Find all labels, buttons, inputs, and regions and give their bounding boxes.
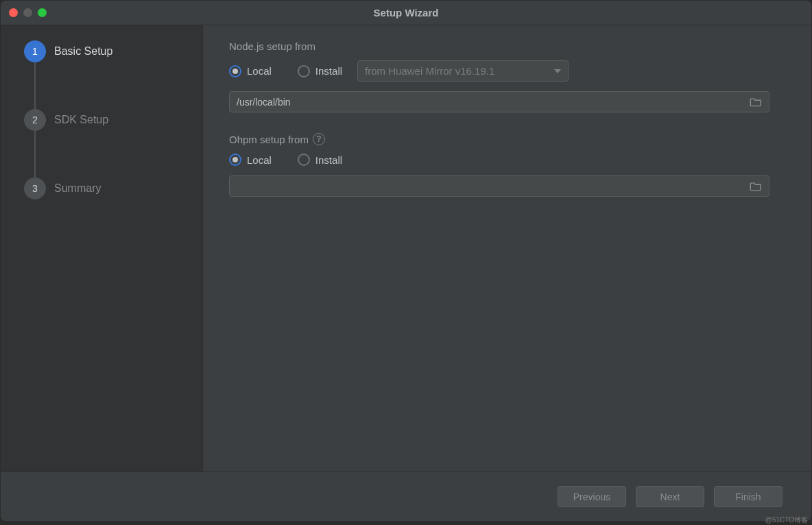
wizard-body: 1 Basic Setup 2 SDK Setup 3 Summary Node… [1,25,811,472]
folder-icon[interactable] [750,97,762,107]
wizard-sidebar: 1 Basic Setup 2 SDK Setup 3 Summary [1,25,203,472]
titlebar: Setup Wizard [1,1,811,25]
nodejs-heading-text: Node.js setup from [229,40,315,52]
radio-icon [229,154,241,166]
nodejs-radio-local[interactable]: Local [229,65,272,77]
previous-button[interactable]: Previous [558,486,626,507]
watermark-text: @51CTO博客 [765,515,808,525]
ohpm-radio-install[interactable]: Install [298,154,342,166]
step-label: Summary [54,182,101,195]
nodejs-path-input[interactable] [229,91,769,112]
sidebar-step-basic-setup[interactable]: 1 Basic Setup [24,40,202,62]
ohpm-path-field[interactable] [237,181,750,192]
step-label: SDK Setup [54,114,108,126]
nodejs-heading: Node.js setup from [229,40,781,52]
radio-label: Local [247,65,272,77]
finish-button[interactable]: Finish [714,486,783,507]
next-button[interactable]: Next [636,486,704,507]
ohpm-heading-text: Ohpm setup from [229,134,309,145]
sidebar-step-summary[interactable]: 3 Summary [24,178,202,199]
window-title: Setup Wizard [1,7,811,19]
step-number: 3 [24,178,46,199]
wizard-main: Node.js setup from Local Install from Hu… [203,25,811,472]
sidebar-step-sdk-setup[interactable]: 2 SDK Setup [24,109,202,131]
nodejs-mirror-dropdown[interactable]: from Huawei Mirror v16.19.1 [357,60,569,82]
step-connector [34,131,36,178]
ohpm-radio-row: Local Install [229,154,781,166]
close-icon[interactable] [9,8,18,17]
ohpm-radio-group: Local Install [229,154,342,166]
radio-icon [298,65,310,77]
radio-label: Install [315,65,342,77]
radio-icon [229,65,241,77]
help-icon[interactable]: ? [313,133,325,145]
ohpm-path-input[interactable] [229,175,769,197]
dropdown-value: from Huawei Mirror v16.19.1 [365,65,494,77]
folder-icon[interactable] [750,182,762,191]
chevron-down-icon [554,69,561,73]
nodejs-path-field[interactable] [237,97,750,108]
window-controls [9,8,47,17]
step-number: 1 [24,40,46,62]
radio-label: Install [315,154,342,166]
nodejs-radio-row: Local Install from Huawei Mirror v16.19.… [229,60,781,82]
nodejs-radio-group: Local Install [229,65,342,77]
ohpm-radio-local[interactable]: Local [229,154,272,166]
minimize-icon[interactable] [23,8,32,17]
setup-wizard-window: Setup Wizard 1 Basic Setup 2 SDK Setup 3… [0,0,812,522]
radio-icon [298,154,310,166]
step-connector [34,62,36,109]
ohpm-heading: Ohpm setup from ? [229,133,781,145]
wizard-footer: Previous Next Finish [1,472,811,521]
step-label: Basic Setup [54,45,112,58]
maximize-icon[interactable] [38,8,47,17]
radio-label: Local [247,154,272,166]
nodejs-radio-install[interactable]: Install [298,65,342,77]
step-number: 2 [24,109,46,131]
